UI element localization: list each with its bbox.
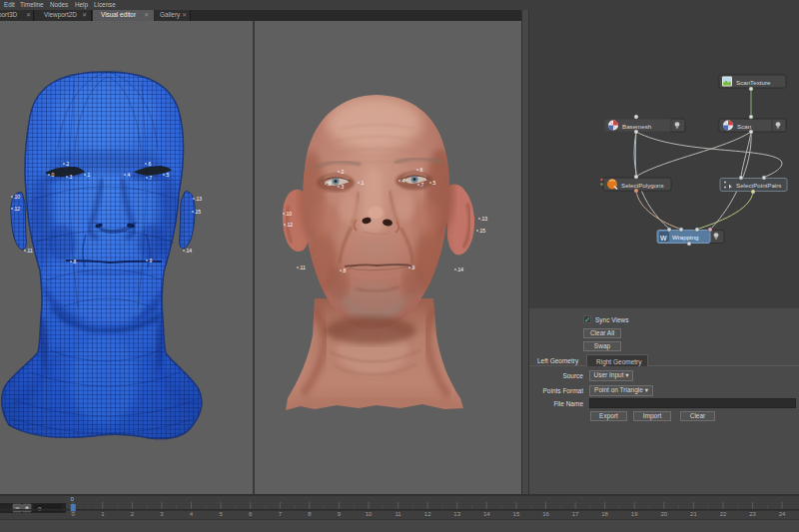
svg-text:.15: .15 <box>478 228 485 234</box>
svg-text:.2: .2 <box>340 169 344 175</box>
svg-text:.0: .0 <box>50 172 54 178</box>
svg-text:.5: .5 <box>431 180 435 186</box>
svg-text:.7: .7 <box>148 175 152 181</box>
svg-text:SelectPointPairs: SelectPointPairs <box>736 182 781 189</box>
svg-text:ScanTexture: ScanTexture <box>736 79 771 86</box>
svg-text:.5: .5 <box>165 172 169 178</box>
svg-text:.7: .7 <box>419 182 423 188</box>
svg-text:.9: .9 <box>148 258 152 264</box>
svg-text:W: W <box>660 235 667 242</box>
svg-text:Scan: Scan <box>737 123 752 130</box>
svg-text:.3: .3 <box>340 184 344 190</box>
svg-text:.11: .11 <box>26 248 33 254</box>
svg-text:.1: .1 <box>86 172 90 178</box>
svg-text:.9: .9 <box>410 265 414 270</box>
svg-text:Wrapping: Wrapping <box>672 234 699 241</box>
svg-text:.14: .14 <box>456 266 463 272</box>
svg-text:.14: .14 <box>185 248 192 254</box>
svg-text:.11: .11 <box>299 265 306 270</box>
svg-text:.10: .10 <box>285 211 292 217</box>
svg-text:.4: .4 <box>400 178 404 184</box>
svg-text:.15: .15 <box>194 209 201 215</box>
svg-text:.3: .3 <box>68 174 72 180</box>
svg-text:.13: .13 <box>480 216 487 222</box>
svg-text:.0: .0 <box>327 181 331 187</box>
svg-text:.10: .10 <box>13 194 20 200</box>
svg-text:0: 0 <box>71 496 75 502</box>
svg-text:.13: .13 <box>195 196 202 202</box>
svg-text:.4: .4 <box>126 172 130 178</box>
svg-text:.8: .8 <box>342 267 346 273</box>
svg-text:.12: .12 <box>13 206 20 212</box>
svg-text:SelectPolygons: SelectPolygons <box>621 182 664 189</box>
svg-text:Basemesh: Basemesh <box>622 123 652 130</box>
svg-text:.1: .1 <box>360 180 364 186</box>
svg-text:.6: .6 <box>147 161 151 167</box>
svg-text:.2: .2 <box>65 161 69 167</box>
svg-text:.12: .12 <box>286 222 293 228</box>
svg-text:.8: .8 <box>72 259 76 265</box>
svg-text:.6: .6 <box>418 167 422 173</box>
